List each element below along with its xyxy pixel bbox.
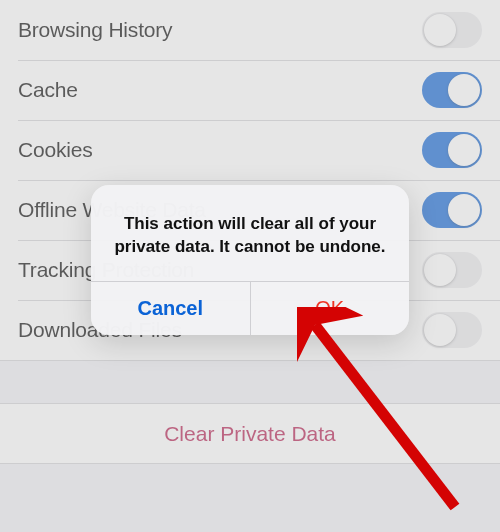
confirm-alert: This action will clear all of your priva… — [91, 185, 409, 335]
alert-body: This action will clear all of your priva… — [91, 185, 409, 281]
cancel-button[interactable]: Cancel — [91, 282, 250, 335]
alert-message: This action will clear all of your priva… — [113, 213, 387, 259]
alert-buttons: Cancel OK — [91, 281, 409, 335]
ok-button[interactable]: OK — [250, 282, 410, 335]
